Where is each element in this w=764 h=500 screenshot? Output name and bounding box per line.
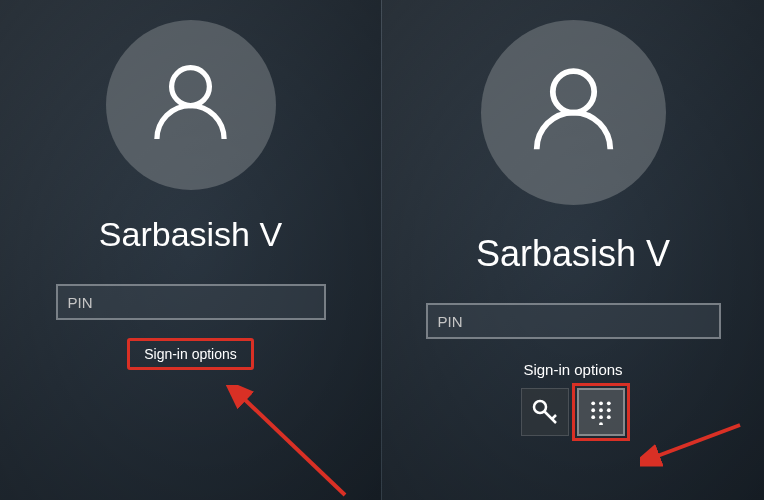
password-option-button[interactable]	[521, 388, 569, 436]
svg-point-5	[591, 401, 595, 405]
avatar	[106, 20, 276, 190]
svg-point-6	[599, 401, 603, 405]
svg-point-9	[599, 408, 603, 412]
svg-point-10	[607, 408, 611, 412]
svg-point-13	[607, 415, 611, 419]
signin-options-panel	[521, 388, 625, 436]
key-icon	[530, 397, 560, 427]
username-label: Sarbasish V	[476, 233, 670, 275]
svg-point-11	[591, 415, 595, 419]
user-icon	[138, 53, 243, 158]
signin-options-label: Sign-in options	[523, 361, 622, 378]
pin-input[interactable]	[56, 284, 326, 320]
pin-input[interactable]	[426, 303, 721, 339]
login-screen-right: Sarbasish V Sign-in options	[382, 0, 764, 500]
user-icon	[516, 55, 631, 170]
avatar	[481, 20, 666, 205]
username-label: Sarbasish V	[99, 215, 282, 254]
login-screen-left: Sarbasish V Sign-in options	[0, 0, 382, 500]
svg-point-14	[599, 422, 603, 425]
svg-point-0	[172, 67, 210, 105]
svg-point-1	[552, 71, 593, 112]
signin-options-link[interactable]: Sign-in options	[127, 338, 254, 370]
svg-point-7	[607, 401, 611, 405]
svg-line-4	[552, 415, 556, 419]
pin-option-button[interactable]	[577, 388, 625, 436]
svg-point-8	[591, 408, 595, 412]
svg-point-12	[599, 415, 603, 419]
keypad-icon	[588, 399, 614, 425]
